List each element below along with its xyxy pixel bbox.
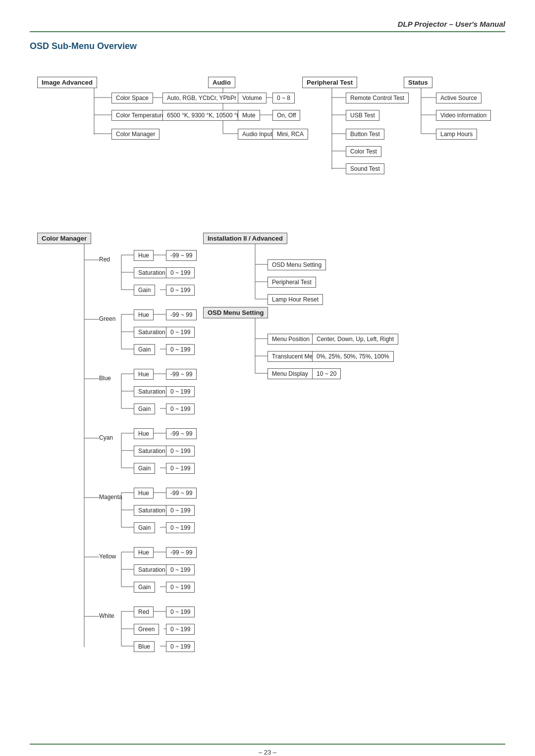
blue-hue-box: Hue — [134, 369, 154, 380]
volume-box: Volume — [238, 93, 267, 103]
menu-position-box: Menu Position — [268, 334, 314, 345]
red-sat-value: 0 ~ 199 — [166, 267, 195, 278]
blue-gain-box: Gain — [134, 403, 155, 414]
green-sat-box: Saturation — [134, 327, 170, 338]
audio-box: Audio — [208, 77, 235, 88]
magenta-gain-value: 0 ~ 199 — [166, 522, 195, 533]
color-space-box: Color Space — [111, 93, 153, 103]
menu-position-value: Center, Down, Up, Left, Right — [312, 334, 398, 345]
white-green-box: Green — [134, 624, 159, 635]
menu-display-box: Menu Display — [268, 368, 313, 379]
cyan-sat-box: Saturation — [134, 446, 170, 456]
magenta-sat-value: 0 ~ 199 — [166, 505, 195, 516]
color-temp-box: Color Temperature — [111, 110, 169, 121]
cyan-hue-value: -99 ~ 99 — [166, 428, 197, 439]
peripheral-test-top-box: Peripheral Test — [302, 77, 357, 88]
osd-menu-setting-section-box: OSD Menu Setting — [203, 307, 268, 318]
magenta-hue-box: Hue — [134, 488, 154, 499]
white-blue-value: 0 ~ 199 — [166, 641, 195, 652]
color-manager-main-box: Color Manager — [37, 233, 91, 244]
button-test-box: Button Test — [346, 129, 384, 140]
yellow-gain-box: Gain — [134, 582, 155, 593]
blue-sat-box: Saturation — [134, 386, 170, 397]
lamp-hours-box: Lamp Hours — [436, 129, 477, 140]
menu-display-value: 10 ~ 20 — [312, 368, 341, 379]
page: DLP Projector – User's Manual OSD Sub-Me… — [0, 0, 535, 756]
white-label: White — [99, 612, 114, 619]
green-sat-value: 0 ~ 199 — [166, 327, 195, 338]
footer: – 23 – — [30, 744, 505, 756]
page-number: – 23 – — [259, 749, 276, 756]
osd-menu-setting-child-box: OSD Menu Setting — [268, 259, 326, 270]
blue-gain-value: 0 ~ 199 — [166, 403, 195, 414]
magenta-label: Magenta — [99, 494, 122, 501]
usb-test-box: USB Test — [346, 110, 379, 121]
header-title: DLP Projector – User's Manual — [30, 20, 505, 32]
blue-hue-value: -99 ~ 99 — [166, 369, 197, 380]
audio-input-box: Audio Input — [238, 129, 277, 140]
red-label: Red — [99, 256, 110, 263]
color-temp-value: 6500 °K, 9300 °K, 10500 °K — [162, 110, 245, 121]
green-gain-box: Gain — [134, 344, 155, 355]
white-blue-box: Blue — [134, 641, 155, 652]
video-info-box: Video information — [436, 110, 491, 121]
cyan-gain-box: Gain — [134, 463, 155, 474]
blue-sat-value: 0 ~ 199 — [166, 386, 195, 397]
image-advanced-box: Image Advanced — [37, 77, 97, 88]
translucent-menu-value: 0%, 25%, 50%, 75%, 100% — [312, 351, 394, 362]
peripheral-test-install-box: Peripheral Test — [268, 277, 316, 288]
sound-test-box: Sound Test — [346, 163, 384, 174]
white-green-value: 0 ~ 199 — [166, 624, 195, 635]
mute-box: Mute — [238, 110, 260, 121]
volume-value: 0 ~ 8 — [272, 93, 295, 103]
cyan-sat-value: 0 ~ 199 — [166, 446, 195, 456]
cyan-label: Cyan — [99, 434, 113, 441]
diagram-area: Image Advanced Color Space Auto, RGB, YC… — [30, 60, 505, 724]
blue-label: Blue — [99, 375, 111, 382]
yellow-sat-box: Saturation — [134, 564, 170, 575]
cyan-gain-value: 0 ~ 199 — [166, 463, 195, 474]
lamp-hour-reset-box: Lamp Hour Reset — [268, 294, 323, 305]
yellow-label: Yellow — [99, 553, 116, 560]
color-space-value: Auto, RGB, YCbCr, YPbPr — [162, 93, 241, 103]
white-red-box: Red — [134, 606, 154, 617]
color-test-box: Color Test — [346, 146, 381, 157]
red-gain-box: Gain — [134, 285, 155, 296]
section-title: OSD Sub-Menu Overview — [30, 41, 505, 51]
yellow-sat-value: 0 ~ 199 — [166, 564, 195, 575]
red-hue-box: Hue — [134, 250, 154, 261]
color-manager-top-box: Color Manager — [111, 129, 160, 140]
white-red-value: 0 ~ 199 — [166, 606, 195, 617]
magenta-sat-box: Saturation — [134, 505, 170, 516]
red-gain-value: 0 ~ 199 — [166, 285, 195, 296]
active-source-box: Active Source — [436, 93, 482, 103]
yellow-gain-value: 0 ~ 199 — [166, 582, 195, 593]
red-sat-box: Saturation — [134, 267, 170, 278]
green-gain-value: 0 ~ 199 — [166, 344, 195, 355]
yellow-hue-value: -99 ~ 99 — [166, 547, 197, 558]
yellow-hue-box: Hue — [134, 547, 154, 558]
green-hue-box: Hue — [134, 309, 154, 320]
red-hue-value: -99 ~ 99 — [166, 250, 197, 261]
audio-input-value: Mini, RCA — [272, 129, 308, 140]
magenta-gain-box: Gain — [134, 522, 155, 533]
installation-box: Installation II / Advanced — [203, 233, 287, 244]
green-label: Green — [99, 315, 115, 322]
cyan-hue-box: Hue — [134, 428, 154, 439]
magenta-hue-value: -99 ~ 99 — [166, 488, 197, 499]
remote-control-test-box: Remote Control Test — [346, 93, 409, 103]
mute-value: On, Off — [272, 110, 300, 121]
status-box: Status — [404, 77, 432, 88]
green-hue-value: -99 ~ 99 — [166, 309, 197, 320]
